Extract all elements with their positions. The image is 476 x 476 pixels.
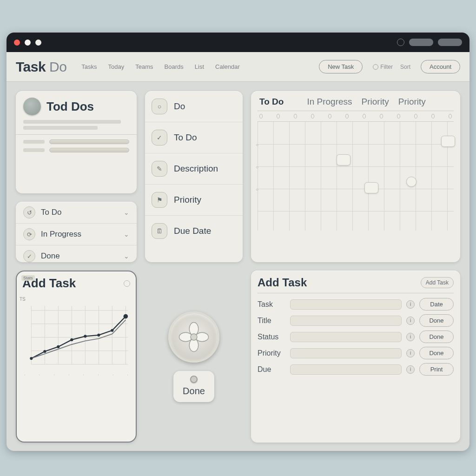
new-task-button[interactable]: New Task [319,60,363,73]
status-label: In Progress [41,230,118,239]
title-input[interactable] [290,316,402,326]
side-button-print[interactable]: Print [419,363,454,376]
chart-ylabel: TS [20,297,26,302]
maximize-icon[interactable] [35,40,41,46]
knob-icon [190,376,198,383]
account-pill[interactable] [409,39,433,46]
minimize-icon[interactable] [25,40,31,46]
placeholder-line [23,120,121,124]
svg-point-24 [196,332,209,342]
timeline-row-label: ○ [256,165,258,170]
check-icon: ✓ [23,250,35,262]
timeline-ticks [258,111,454,121]
svg-point-20 [124,314,128,319]
timeline-item[interactable] [441,136,455,147]
status-filter-card: ↺ To Do ⌄ ⟳ In Progress ⌄ ✓ Done ⌄ [16,202,137,262]
form-label: Title [258,317,285,325]
add-task-button[interactable]: Add Task [421,277,454,288]
field-label: Due Date [174,226,211,236]
account-button[interactable]: Account [421,60,460,73]
timeline-col-priority2[interactable]: Priority [398,97,426,107]
side-button-done[interactable]: Done [419,314,454,327]
status-row-inprogress[interactable]: ⟳ In Progress ⌄ [16,224,137,245]
quick-input[interactable] [49,139,129,144]
todos-title: Tod Dos [46,99,94,114]
form-label: Task [258,300,285,309]
timeline-col-todo[interactable]: To Do [259,97,284,107]
circle-arrow-icon: ↺ [23,206,35,218]
nav-link-tasks[interactable]: Tasks [81,63,97,70]
status-row-done[interactable]: ✓ Done ⌄ [16,245,137,267]
nav-link-teams[interactable]: Teams [135,63,153,70]
avatar[interactable] [23,98,41,115]
brand: Task Do [16,59,66,75]
settings-icon[interactable] [397,39,404,46]
done-chip[interactable]: Done [173,371,214,402]
field-label: To Do [174,132,197,143]
timeline-item[interactable] [337,154,350,165]
status-row-todo[interactable]: ↺ To Do ⌄ [16,202,137,224]
status-label: To Do [41,208,118,217]
side-button-done[interactable]: Done [419,331,454,343]
nav-filter[interactable]: Filter [380,64,393,70]
form-row-status: Status i Done [258,331,454,343]
info-icon[interactable]: i [406,365,415,374]
timeline-col-priority[interactable]: Priority [362,97,389,107]
info-icon[interactable]: i [406,317,415,325]
menu-pill[interactable] [438,39,462,46]
svg-point-14 [43,350,46,353]
timeline-grid[interactable]: ○ ○ ○ [258,121,454,231]
check-icon: ✓ [152,130,167,145]
side-button-date[interactable]: Date [419,298,454,311]
line-chart [22,293,130,372]
quick-input[interactable] [49,148,129,152]
svg-point-22 [189,338,198,351]
chart-x-ticks: ········ [22,372,130,377]
field-row-description[interactable]: ✎ Description [145,153,243,185]
nav-link-boards[interactable]: Boards [165,63,184,70]
circle-icon: ○ [152,99,167,114]
field-row-duedate[interactable]: 🗓 Due Date [145,216,243,246]
tag-chip [23,140,45,144]
edit-icon: ✎ [152,161,167,177]
titlebar-right [397,39,462,46]
form-title: Add Task [258,276,307,289]
chart-tag: Stats [21,275,35,281]
nav-link-calendar[interactable]: Calendar [215,63,240,70]
task-fields-card: ○ Do ✓ To Do ✎ Description ⚑ Priority 🗓 … [145,91,243,262]
nav-link-list[interactable]: List [195,63,204,70]
nav-link-today[interactable]: Today [108,63,125,70]
svg-point-16 [70,338,73,341]
priority-input[interactable] [290,348,402,358]
field-row-do[interactable]: ○ Do [145,91,243,122]
nav-sort[interactable]: Sort [400,64,410,70]
field-row-priority[interactable]: ⚑ Priority [145,185,243,216]
task-input[interactable] [290,299,402,310]
svg-point-15 [57,345,60,348]
nav-tail: Filter Sort [373,64,410,70]
form-label: Priority [258,349,285,357]
timeline-item[interactable] [364,182,378,193]
field-label: Priority [174,195,201,205]
timeline-col-inprogress[interactable]: In Progress [307,97,352,107]
svg-point-21 [189,322,198,335]
filter-icon [373,64,378,70]
flag-icon: ⚑ [152,192,167,208]
status-input[interactable] [290,332,402,342]
deco-column: Done [145,271,243,443]
info-icon[interactable]: i [406,349,415,357]
svg-point-23 [179,332,192,342]
expand-icon[interactable] [124,280,130,287]
form-row-task: Task i Date [258,298,454,311]
field-row-todo[interactable]: ✓ To Do [145,122,243,153]
progress-icon: ⟳ [23,228,35,240]
form-row-due: Due i Print [258,363,454,376]
due-input[interactable] [290,364,402,375]
tag-chip [23,148,45,152]
timeline-item[interactable] [406,177,416,187]
info-icon[interactable]: i [406,333,415,341]
info-icon[interactable]: i [406,300,415,309]
side-button-done[interactable]: Done [419,347,454,359]
close-icon[interactable] [14,40,20,46]
status-label: Done [41,251,118,261]
